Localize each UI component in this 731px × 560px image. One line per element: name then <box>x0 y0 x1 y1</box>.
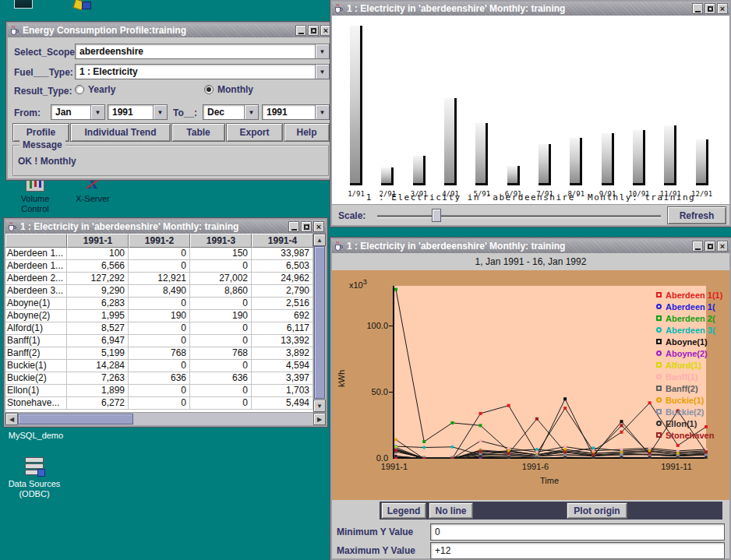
refresh-button[interactable]: Refresh <box>667 206 726 224</box>
column-header[interactable]: 1991-2 <box>129 234 190 248</box>
series-marker-icon <box>656 374 662 379</box>
table-row[interactable]: Buckie(1)14,284004,594 <box>5 360 313 372</box>
table-row[interactable]: Banff(1)6,9470013,392 <box>5 335 313 347</box>
chevron-down-icon[interactable]: ▼ <box>153 105 167 119</box>
value-cell: 12,921 <box>129 273 190 285</box>
desktop-icon-app2[interactable] <box>72 0 94 12</box>
select-scope-label: Select_Scope <box>14 47 75 58</box>
bar-slot: 4/91 <box>437 23 468 185</box>
x-axis-label: Time <box>393 476 706 485</box>
maximum-y-input[interactable]: +12 <box>430 542 725 559</box>
column-header[interactable]: 1991-4 <box>252 234 313 248</box>
desktop-icon-app1[interactable] <box>14 0 33 9</box>
minimize-button[interactable] <box>288 221 299 232</box>
desktop-icon-data-sources-odbc[interactable]: Data Sources (ODBC) <box>5 456 64 499</box>
minimize-button[interactable] <box>295 25 306 36</box>
table-row[interactable]: Alford(1)8,527006,117 <box>5 322 313 335</box>
legend-button[interactable]: Legend <box>381 502 426 519</box>
table-row[interactable]: Aberdeen 3...9,2908,4908,8602,790 <box>5 285 313 298</box>
profile-titlebar[interactable]: Energy Consumption Profile:training × <box>8 23 333 37</box>
close-button[interactable]: × <box>717 241 728 252</box>
table-row[interactable]: Aberdeen 2...127,29212,92127,00224,962 <box>5 273 313 285</box>
help-button[interactable]: Help <box>284 123 330 142</box>
table-window: 1 : Electricity in 'aberdeenshire' Month… <box>4 218 327 427</box>
table-row[interactable]: Aboyne(1)6,283002,516 <box>5 298 313 310</box>
row-name-cell: Banff(1) <box>5 335 67 347</box>
chevron-down-icon[interactable]: ▼ <box>315 105 329 119</box>
scope-value: aberdeenshire <box>79 46 143 57</box>
no-line-button[interactable]: No line <box>429 502 473 519</box>
radio-monthly[interactable]: Monthly <box>204 84 253 95</box>
chevron-down-icon[interactable]: ▼ <box>315 65 329 79</box>
close-button[interactable]: × <box>313 221 324 232</box>
close-button[interactable]: × <box>320 25 331 36</box>
row-name-cell: Alford(1) <box>5 322 67 335</box>
bar-slot: 7/91 <box>531 23 563 185</box>
export-button[interactable]: Export <box>226 123 283 142</box>
message-group-title: Message <box>19 139 65 150</box>
table-row[interactable]: Buckie(2)7,2636366363,397 <box>5 372 313 385</box>
table-row[interactable]: Ellon(1)1,899001,703 <box>5 385 313 397</box>
chevron-down-icon[interactable]: ▼ <box>315 44 329 58</box>
to-month-combobox[interactable]: Dec ▼ <box>203 104 259 120</box>
scrollbar-thumb[interactable] <box>18 414 133 424</box>
chevron-down-icon[interactable]: ▼ <box>90 105 104 119</box>
scroll-down-button[interactable]: ▼ <box>313 400 326 412</box>
value-cell: 6,947 <box>67 335 129 347</box>
vertical-scrollbar[interactable]: ▲ ▼ <box>313 234 326 412</box>
chevron-down-icon[interactable]: ▼ <box>244 105 258 119</box>
horizontal-scrollbar[interactable]: ◀ ▶ <box>5 412 326 425</box>
value-cell: 0 <box>129 298 190 310</box>
legend-item: Stonehaven <box>656 429 729 441</box>
radio-yearly[interactable]: Yearly <box>75 84 115 95</box>
scroll-left-button[interactable]: ◀ <box>5 413 18 425</box>
value-cell: 190 <box>190 310 252 322</box>
minimize-button[interactable] <box>692 241 703 252</box>
from-month-combobox[interactable]: Jan ▼ <box>51 104 105 120</box>
to-year-combobox[interactable]: 1991 ▼ <box>262 104 330 120</box>
scroll-up-button[interactable]: ▲ <box>313 234 326 246</box>
column-header[interactable]: 1991-3 <box>190 234 252 248</box>
desktop-icon-mysql-demo[interactable]: MySQL_demo <box>5 428 67 441</box>
value-cell: 6,503 <box>252 260 313 273</box>
value-cell: 0 <box>190 360 252 372</box>
value-cell: 1,995 <box>67 310 129 322</box>
line-chart-titlebar[interactable]: 1 : Electricity in 'aberdeenshire' Month… <box>332 239 729 253</box>
bar-chart-caption: 1 : Electricity in 'aberdeenshire' Month… <box>332 192 729 203</box>
bar-chart-area: 1/912/913/914/915/916/917/918/919/9110/9… <box>332 16 729 204</box>
bar-chart-titlebar[interactable]: 1 : Electricity in 'aberdeenshire' Month… <box>332 2 729 16</box>
fuel-type-combobox[interactable]: 1 : Electricity ▼ <box>75 64 330 79</box>
maximize-button[interactable] <box>705 241 715 252</box>
y-unit-label: x103 <box>349 278 367 290</box>
table-row[interactable]: Aboyne(2)1,995190190692 <box>5 310 313 322</box>
maximize-button[interactable] <box>308 25 319 36</box>
slider-thumb[interactable] <box>432 209 441 222</box>
maximize-button[interactable] <box>301 221 312 232</box>
from-year-combobox[interactable]: 1991 ▼ <box>108 104 168 120</box>
scrollbar-thumb[interactable] <box>314 246 325 399</box>
table-row[interactable]: Aberdeen 1...100015033,987 <box>5 248 313 260</box>
min-y-row: Minimum Y Value 0 <box>332 523 729 541</box>
java-cup-icon <box>7 221 17 232</box>
minimum-y-input[interactable]: 0 <box>430 523 725 541</box>
column-header[interactable]: 1991-1 <box>67 234 129 248</box>
bar-slot: 1/91 <box>343 23 374 185</box>
scale-slider[interactable] <box>377 215 661 217</box>
minimize-button[interactable] <box>692 3 703 14</box>
scope-combobox[interactable]: aberdeenshire ▼ <box>75 44 330 59</box>
table-titlebar[interactable]: 1 : Electricity in 'aberdeenshire' Month… <box>5 220 326 234</box>
table-body: Aberdeen 1...100015033,987Aberdeen 1...6… <box>5 248 313 412</box>
desktop-icon-x-server[interactable]: X X-Server <box>70 176 115 204</box>
legend-item: Aberdeen 2( <box>656 312 729 324</box>
window-title: 1 : Electricity in 'aberdeenshire' Month… <box>347 241 689 252</box>
scroll-right-button[interactable]: ▶ <box>313 413 326 425</box>
maximize-button[interactable] <box>705 3 715 14</box>
individual-trend-button[interactable]: Individual Trend <box>70 123 171 142</box>
close-button[interactable]: × <box>717 3 728 14</box>
table-row[interactable]: Banff(2)5,1997687683,892 <box>5 347 313 360</box>
table-row[interactable]: Aberdeen 1...6,566006,503 <box>5 260 313 273</box>
table-row[interactable]: Stonehave...6,272005,494 <box>5 397 313 410</box>
table-button[interactable]: Table <box>171 123 225 142</box>
desktop-icon-volume-control[interactable]: Volume Control <box>12 176 58 214</box>
plot-origin-button[interactable]: Plot origin <box>567 502 627 519</box>
